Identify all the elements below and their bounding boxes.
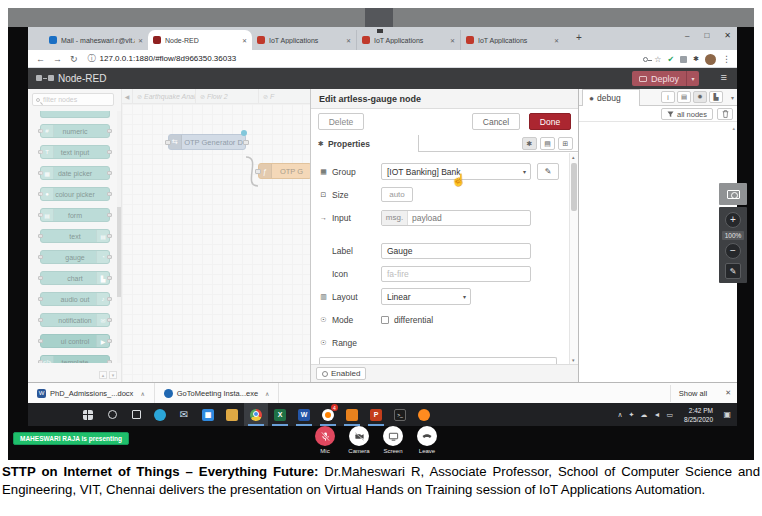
taskbar-clock[interactable]: 2:42 PM 8/25/2020 <box>684 406 713 424</box>
info-tab-icon[interactable]: i <box>661 91 675 103</box>
clear-debug-button[interactable] <box>717 108 733 120</box>
scroll-down-icon[interactable]: ▾ <box>572 357 575 363</box>
deploy-button[interactable]: Deploy ▾ <box>632 71 699 86</box>
new-tab-button[interactable]: + <box>576 32 582 43</box>
gtm-toolbar-handle[interactable] <box>365 8 393 27</box>
tab-properties[interactable]: ✱ Properties <box>311 135 419 152</box>
differential-label: differential <box>394 315 433 325</box>
tab-debug[interactable]: ✹ debug <box>582 89 640 106</box>
tab-close-icon[interactable]: ✕ <box>554 37 559 44</box>
cancel-button[interactable]: Cancel <box>472 113 520 130</box>
zoom-in-button[interactable]: + <box>725 212 741 228</box>
taskbar-app-icon[interactable]: 4 <box>316 403 340 426</box>
dialog-buttons: Delete Cancel Done <box>311 109 578 135</box>
profile-avatar[interactable] <box>705 54 716 65</box>
scrollbar-thumb[interactable] <box>571 163 577 211</box>
open-app-indicator <box>272 424 288 426</box>
edit-group-button[interactable]: ✎ <box>537 163 559 180</box>
screen-share-button[interactable]: Screen <box>378 426 408 454</box>
reload-icon[interactable]: ↻ <box>70 54 78 64</box>
camera-button[interactable]: Camera <box>344 426 374 454</box>
value-input[interactable]: msg.payload <box>381 210 531 226</box>
dialog-scrollbar[interactable]: ▴ ▾ <box>569 153 578 364</box>
password-key-icon[interactable] <box>643 57 648 62</box>
download-item[interactable]: GoToMeeting Insta...exe ∧ <box>155 383 280 403</box>
node-description-icon[interactable]: ▤ <box>540 137 555 150</box>
browser-tab[interactable]: Node-RED ✕ <box>148 30 252 50</box>
hamburger-menu-icon[interactable]: ≡ <box>721 71 727 83</box>
bookmark-star-icon[interactable]: ☆ <box>654 55 661 64</box>
taskbar-app-icon[interactable] <box>76 403 100 426</box>
tray-icon[interactable]: ☁ <box>640 411 647 419</box>
browser-tab[interactable]: IoT Applications ✕ <box>252 30 356 50</box>
done-button[interactable]: Done <box>529 113 571 130</box>
extension-check-icon[interactable]: ✔ <box>667 55 674 64</box>
forward-icon[interactable]: → <box>53 54 62 64</box>
taskbar-app-icon[interactable] <box>244 403 268 426</box>
tab-close-icon[interactable]: ✕ <box>450 37 455 44</box>
differential-checkbox[interactable] <box>381 316 389 324</box>
window-close-button[interactable]: ✕ <box>724 31 731 40</box>
chevron-up-icon[interactable]: ∧ <box>140 390 144 397</box>
node-appearance-icon[interactable]: ⊞ <box>558 137 573 150</box>
extension-icon[interactable] <box>680 56 687 63</box>
snapshot-camera-button[interactable] <box>719 183 747 205</box>
scroll-up-icon[interactable]: ▴ <box>572 154 575 160</box>
taskbar-app-icon[interactable]: ▦ <box>196 403 220 426</box>
edit-node-dialog: Edit artless-gauge node Delete Cancel Do… <box>310 89 578 382</box>
show-all-button[interactable]: Show all <box>670 385 715 402</box>
filter-all-nodes-button[interactable]: all nodes <box>661 108 713 120</box>
taskbar-app-icon[interactable]: P <box>364 403 388 426</box>
browser-menu-icon[interactable]: ⋮ <box>722 54 731 64</box>
taskbar-app-icon[interactable] <box>340 403 364 426</box>
label-input[interactable]: Gauge <box>381 243 531 259</box>
taskbar-app-icon[interactable] <box>124 403 148 426</box>
close-downloads-icon[interactable]: ✕ <box>725 389 731 397</box>
annotate-button[interactable]: ✎ <box>725 263 741 279</box>
browser-tab[interactable]: IoT Applications ✕ <box>460 30 564 50</box>
taskbar-app-icon[interactable] <box>220 403 244 426</box>
zoom-out-button[interactable]: − <box>725 243 741 259</box>
node-settings-gear-icon[interactable]: ✱ <box>522 137 537 150</box>
url-text[interactable]: 127.0.0.1:1880/#flow/8d966350.36033 <box>100 54 237 63</box>
tab-close-icon[interactable]: ✕ <box>138 37 143 44</box>
browser-tab[interactable]: Mail - maheswari.r@vit.ac.in ✕ <box>44 30 148 50</box>
action-center-icon[interactable]: ▣ <box>723 410 731 419</box>
tray-icon[interactable]: ∧ <box>617 411 622 419</box>
tray-icon[interactable]: ◄ <box>653 411 660 418</box>
range-min-input[interactable] <box>319 357 557 364</box>
dialog-footer: Enabled <box>311 364 578 382</box>
taskbar-app-icon[interactable] <box>100 403 124 426</box>
taskbar-app-icon[interactable]: W <box>292 403 316 426</box>
layout-select[interactable]: Linear▾ <box>381 288 471 305</box>
delete-button[interactable]: Delete <box>318 113 364 130</box>
debug-t ab-icon[interactable]: ✹ <box>693 91 707 103</box>
tray-icon[interactable]: ✦ <box>629 411 635 419</box>
taskbar-app-icon[interactable] <box>412 403 436 426</box>
back-icon[interactable]: ← <box>36 54 45 64</box>
taskbar-app-icon[interactable]: ✉ <box>172 403 196 426</box>
taskbar-app-icon[interactable] <box>148 403 172 426</box>
tab-close-icon[interactable]: ✕ <box>242 37 247 44</box>
tab-close-icon[interactable]: ✕ <box>346 37 351 44</box>
taskbar-app-icon[interactable]: >_ <box>388 403 412 426</box>
tray-icon[interactable]: ▭ <box>666 411 673 419</box>
help-tab-icon[interactable]: ▤ <box>677 91 691 103</box>
sidebar-scroll-up-icon[interactable]: ▴ <box>732 125 735 131</box>
dashboard-tab-icon[interactable]: ▙ <box>709 91 723 103</box>
size-auto-button[interactable]: auto <box>381 187 413 202</box>
window-minimize-button[interactable]: – <box>685 31 689 40</box>
extension-icon[interactable]: ✱ <box>693 55 699 63</box>
enabled-toggle-button[interactable]: Enabled <box>316 367 366 380</box>
mic-button[interactable]: Mic <box>310 426 340 454</box>
chevron-up-icon[interactable]: ∧ <box>265 390 269 397</box>
window-maximize-button[interactable]: □ <box>704 31 709 40</box>
deploy-dropdown-icon[interactable]: ▾ <box>686 71 699 86</box>
taskbar-app-icon[interactable]: X <box>268 403 292 426</box>
icon-input[interactable]: fa-fire <box>381 266 531 282</box>
sidebar-menu-caret-icon[interactable]: ▾ <box>731 94 734 101</box>
page-info-icon[interactable]: ⓘ <box>88 53 96 64</box>
browser-tab[interactable]: IoT Applications ✕ <box>356 30 460 50</box>
download-item[interactable]: W PhD_Admissions_...docx ∧ <box>28 383 155 403</box>
leave-button[interactable]: Leave <box>412 426 442 454</box>
